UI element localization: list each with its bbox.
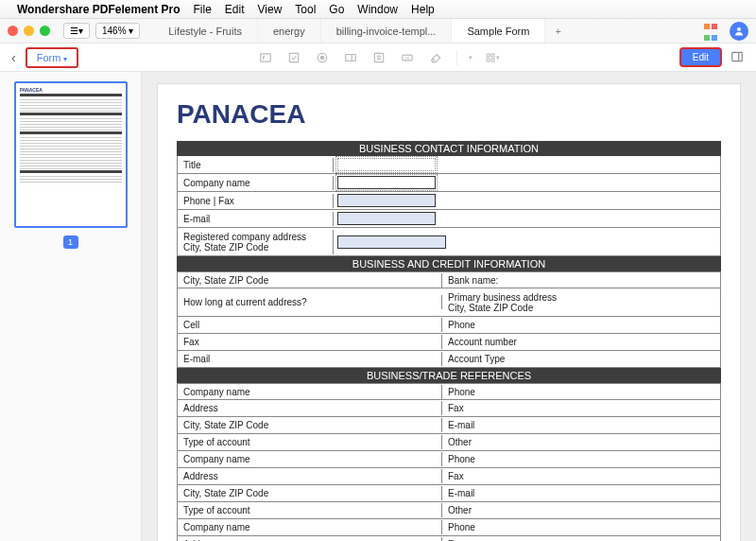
svg-rect-10 [491,54,494,57]
view-mode-button[interactable]: ☰▾ [63,23,90,39]
cell-left: E-mail [178,352,442,366]
cell-right: Account Type [442,352,720,366]
table-row: Type of accountOther [177,434,721,451]
cell-right: Fax [442,469,720,483]
document-viewport[interactable]: PANACEA BUSINESS CONTACT INFORMATION Tit… [142,72,756,541]
document-title: PANACEA [177,99,721,130]
document-tabs: Lifestyle - Fruits energy billing-invoic… [153,19,696,43]
signature-icon[interactable] [428,50,443,65]
cell-left: Cell [178,318,442,332]
table-row: AddressFax [177,400,721,417]
field-title[interactable] [337,158,436,171]
cell-right: Primary business addressCity, State ZIP … [442,290,720,315]
button-icon[interactable]: OK [400,50,415,65]
cell-right: Bank name: [442,273,720,288]
field-company[interactable] [337,176,436,189]
label-company: Company name [178,176,334,190]
page-thumbnail[interactable]: PANACEA [14,81,128,228]
table-row: AddressFax [177,468,721,485]
text-field-icon[interactable] [258,50,273,65]
svg-point-0 [737,27,741,31]
form-dropdown-button[interactable]: Form ▾ [26,47,79,68]
tab-sample-form[interactable]: Sample Form [452,19,545,43]
svg-point-4 [320,56,324,60]
menu-edit[interactable]: Edit [225,3,245,16]
app-name[interactable]: Wondershare PDFelement Pro [17,3,180,16]
table-row: AddressFax [177,536,721,541]
field-phone[interactable] [337,194,436,207]
cell-left: Company name [178,385,442,399]
cell-left: Fax [178,335,442,349]
align-icon[interactable]: ▾ [456,50,472,65]
field-address[interactable] [337,236,446,249]
zoom-icon[interactable] [40,26,50,36]
svg-text:OK: OK [404,56,410,60]
svg-rect-5 [346,54,356,61]
page-number-badge[interactable]: 1 [63,236,78,249]
new-tab-button[interactable]: + [545,19,570,43]
tab-lifestyle[interactable]: Lifestyle - Fruits [153,19,258,43]
menu-file[interactable]: File [194,3,212,16]
cell-left: Company name [178,452,442,466]
tab-billing[interactable]: billing-invoice-templ... [321,19,453,43]
checkbox-icon[interactable] [286,50,301,65]
list-icon[interactable] [371,50,387,65]
cell-left: Type of account [178,503,442,517]
toolbar: ‹ Form ▾ OK ▾ ▾ Edit [0,44,756,72]
table-row: City, State ZIP CodeBank name: [177,271,721,288]
svg-rect-2 [289,53,298,61]
titlebar: ☰▾ 146% ▾ Lifestyle - Fruits energy bill… [0,19,756,44]
label-email: E-mail [178,212,334,226]
window-controls [8,26,50,36]
cell-right: Phone [442,520,720,534]
cell-right: Other [442,503,720,517]
table-row: CellPhone [177,317,721,334]
apps-icon[interactable] [703,20,718,43]
menu-window[interactable]: Window [357,3,398,16]
field-email[interactable] [337,212,436,225]
cell-left: Company name [178,520,442,534]
minimize-icon[interactable] [24,26,34,36]
table-row: Type of accountOther [177,502,721,519]
cell-left: City, State ZIP Code [178,486,442,500]
table-row: E-mailAccount Type [177,351,721,368]
user-avatar-icon[interactable] [730,22,748,41]
combo-icon[interactable] [343,50,358,65]
svg-rect-12 [491,59,494,61]
cell-right: Fax [442,537,720,541]
label-phone: Phone | Fax [178,194,334,208]
section-header-3: BUSINESS/TRADE REFERENCES [177,368,721,383]
section-header-2: BUSINESS AND CREDIT INFORMATION [177,256,721,271]
cell-left: Address [178,401,442,415]
section-header-1: BUSINESS CONTACT INFORMATION [177,141,721,156]
menu-go[interactable]: Go [329,3,344,16]
table-row: Company namePhone [177,519,721,536]
table-row: City, State ZIP CodeE-mail [177,485,721,502]
cell-right: Phone [442,452,720,466]
menubar: Wondershare PDFelement Pro File Edit Vie… [0,0,756,19]
cell-left: Address [178,469,442,483]
thumbnail-sidebar: PANACEA 1 [0,72,142,541]
cell-right: E-mail [442,418,720,432]
table-row: Company namePhone [177,451,721,468]
menu-tool[interactable]: Tool [295,3,316,16]
back-button[interactable]: ‹ [11,50,16,65]
label-address: Registered company address City, State Z… [178,230,334,254]
svg-rect-13 [732,52,743,61]
more-tools-icon[interactable]: ▾ [485,50,500,65]
table-row: Company namePhone [177,383,721,400]
document-page: PANACEA BUSINESS CONTACT INFORMATION Tit… [157,83,741,541]
edit-button[interactable]: Edit [679,47,722,67]
radio-icon[interactable] [315,50,330,65]
svg-rect-1 [261,53,271,61]
menu-view[interactable]: View [258,3,283,16]
menu-help[interactable]: Help [411,3,435,16]
cell-left: Type of account [178,435,442,449]
panel-toggle-icon[interactable] [730,50,745,65]
label-title: Title [178,158,334,172]
close-icon[interactable] [8,26,18,36]
tab-energy[interactable]: energy [258,19,321,43]
cell-left: How long at current address? [178,295,442,309]
zoom-selector[interactable]: 146% ▾ [95,23,140,39]
cell-right: E-mail [442,486,720,500]
